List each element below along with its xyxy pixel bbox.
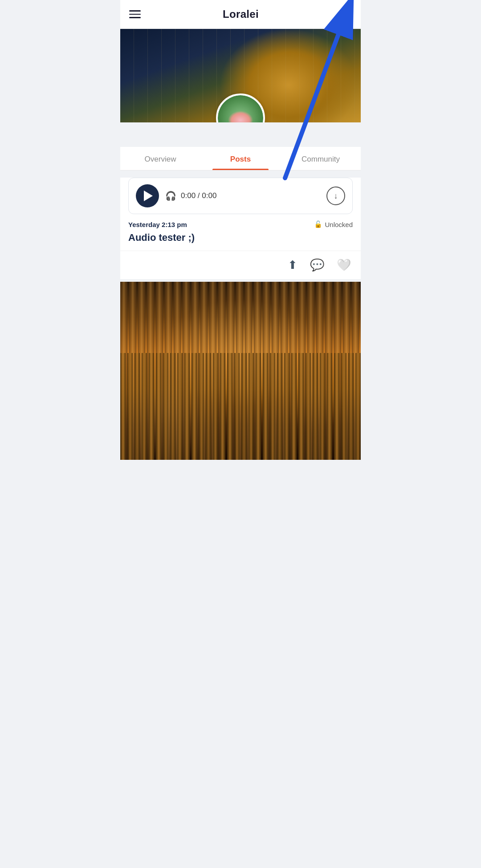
app-header: Loralei ⋮ (120, 0, 361, 29)
post-date: Yesterday 2:13 pm (128, 221, 187, 228)
like-button[interactable]: 🤍 (337, 258, 351, 272)
share-button[interactable]: ⬆ (288, 258, 298, 272)
audio-time: 0:00 / 0:00 (181, 191, 216, 200)
more-options-button[interactable]: ⋮ (341, 8, 352, 20)
audio-player: 🎧 0:00 / 0:00 ↓ (128, 178, 353, 214)
status-label: Unlocked (325, 221, 353, 228)
profile-tabs: Overview Posts Community (120, 147, 361, 170)
post-title: Audio tester ;) (120, 230, 361, 251)
post-card-2 (120, 282, 361, 460)
headphone-icon: 🎧 (165, 191, 176, 201)
post-status: 🔓 Unlocked (314, 220, 353, 228)
cover-image (120, 29, 361, 122)
play-icon (144, 191, 153, 201)
action-bar: ⬆ 💬 🤍 (120, 251, 361, 279)
page-title: Loralei (223, 8, 259, 20)
post-meta: Yesterday 2:13 pm 🔓 Unlocked (120, 214, 361, 230)
tab-posts[interactable]: Posts (200, 147, 281, 170)
unlock-icon: 🔓 (314, 220, 322, 228)
avatar-image (218, 95, 263, 122)
tab-community[interactable]: Community (281, 147, 361, 170)
play-button[interactable] (136, 184, 159, 207)
menu-button[interactable] (129, 10, 141, 18)
post-image (120, 282, 361, 460)
post-card-1: 🎧 0:00 / 0:00 ↓ Yesterday 2:13 pm 🔓 Unlo… (120, 178, 361, 279)
download-icon: ↓ (334, 191, 338, 201)
audio-info: 🎧 0:00 / 0:00 (165, 191, 320, 201)
download-button[interactable]: ↓ (326, 187, 345, 205)
tab-overview[interactable]: Overview (120, 147, 200, 170)
comment-button[interactable]: 💬 (310, 258, 324, 272)
